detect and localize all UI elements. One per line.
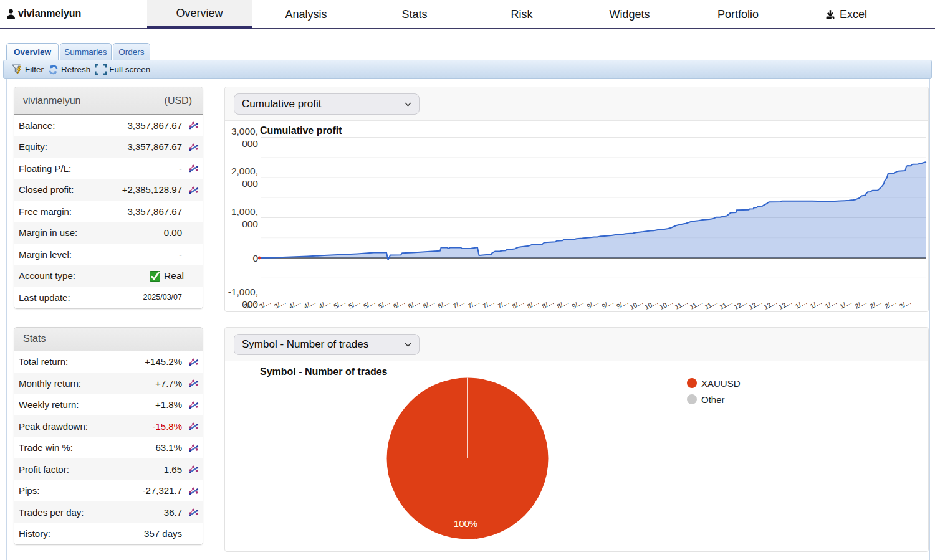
svg-text:2/…: 2/… [853, 298, 868, 310]
svg-text:6/…: 6/… [392, 298, 406, 310]
svg-text:5/…: 5/… [347, 298, 362, 310]
svg-text:4/…: 4/… [317, 298, 332, 310]
svg-text:9/…: 9/… [585, 298, 600, 310]
svg-text:12…: 12… [732, 298, 749, 311]
svg-text:XAUUSD: XAUUSD [701, 378, 741, 389]
svg-text:10…: 10… [658, 298, 674, 311]
svg-text:9/…: 9/… [570, 298, 585, 310]
svg-text:12…: 12… [777, 298, 794, 311]
svg-text:Cumulative profit: Cumulative profit [260, 125, 342, 136]
svg-text:3/…: 3/… [898, 298, 913, 310]
svg-text:3/…: 3/… [258, 298, 272, 310]
svg-text:8/…: 8/… [511, 298, 525, 310]
svg-text:2/…: 2/… [868, 298, 883, 310]
svg-text:11…: 11… [703, 298, 719, 311]
svg-text:11…: 11… [718, 298, 734, 311]
svg-text:8/…: 8/… [555, 298, 570, 310]
svg-text:3/…: 3/… [273, 298, 287, 310]
svg-text:12…: 12… [747, 298, 764, 311]
svg-text:100%: 100% [454, 518, 477, 529]
svg-text:9/…: 9/… [600, 298, 615, 310]
svg-text:5/…: 5/… [362, 298, 376, 310]
svg-text:11…: 11… [688, 298, 704, 311]
svg-text:7/…: 7/… [466, 298, 481, 310]
svg-text:1,000,: 1,000, [231, 206, 258, 217]
svg-text:4/…: 4/… [302, 298, 317, 310]
svg-text:6/…: 6/… [436, 298, 451, 310]
svg-text:8/…: 8/… [526, 298, 540, 310]
svg-text:3,000,: 3,000, [231, 126, 258, 136]
svg-text:8/…: 8/… [541, 298, 555, 310]
svg-text:10…: 10… [643, 298, 659, 311]
svg-text:Symbol - Number of trades: Symbol - Number of trades [260, 366, 388, 377]
svg-text:0: 0 [252, 253, 258, 263]
svg-text:000: 000 [242, 219, 258, 229]
svg-text:1/…: 1/… [838, 298, 853, 310]
svg-text:7/…: 7/… [481, 298, 496, 310]
svg-text:Other: Other [701, 394, 725, 405]
svg-text:6/…: 6/… [407, 298, 421, 310]
svg-text:4/…: 4/… [288, 298, 302, 310]
svg-text:6/…: 6/… [421, 298, 436, 310]
svg-text:2/…: 2/… [883, 298, 898, 310]
svg-text:7/…: 7/… [496, 298, 511, 310]
svg-text:1/…: 1/… [794, 298, 808, 310]
svg-text:11…: 11… [674, 298, 689, 311]
svg-text:2,000,: 2,000, [231, 166, 258, 176]
svg-text:10…: 10… [628, 298, 645, 311]
svg-text:12…: 12… [762, 298, 779, 311]
svg-text:9/…: 9/… [615, 298, 630, 310]
svg-text:000: 000 [242, 178, 258, 189]
svg-text:1/…: 1/… [823, 298, 838, 310]
svg-text:1/…: 1/… [809, 298, 823, 310]
svg-text:-1,000,: -1,000, [228, 287, 258, 297]
svg-text:5/…: 5/… [377, 298, 391, 310]
svg-text:7/…: 7/… [451, 298, 466, 310]
svg-text:5/…: 5/… [332, 298, 347, 310]
svg-text:000: 000 [242, 138, 258, 149]
